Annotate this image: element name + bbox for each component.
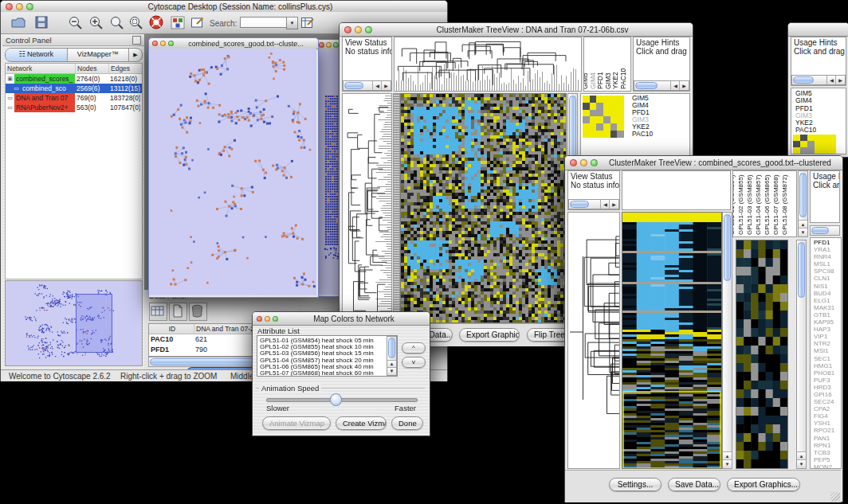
gene-label[interactable]: MSL1 [814,260,834,268]
matrix-cell[interactable] [800,141,807,147]
matrix-cell[interactable] [603,123,610,131]
create-vizmap-button[interactable]: Create Vizmap [336,416,387,430]
tv1-row-dendrogram[interactable] [342,93,392,323]
create-attribute-button[interactable] [169,303,187,321]
overview-viewport-rect[interactable] [76,294,112,353]
matrix-cell[interactable] [610,103,618,110]
network-row[interactable]: ▭RNAPuberNov2+563(0)107847(0) [6,103,142,112]
zoom-window-icon[interactable] [365,26,372,33]
gene-label[interactable]: HRD3 [814,384,834,391]
matrix-cell[interactable] [610,131,618,138]
minimize-icon[interactable] [160,41,166,46]
gene-label[interactable]: RPN1 [814,442,834,449]
gene-label[interactable]: PAN1 [814,435,834,442]
matrix-cell[interactable] [603,116,610,123]
delete-attribute-button[interactable] [189,303,207,321]
matrix-cell[interactable] [800,135,807,141]
matrix-cell[interactable] [822,141,829,147]
close-icon[interactable] [257,316,262,322]
gene-label[interactable]: GPI16 [814,391,834,398]
tv2-column-tree-area[interactable] [622,170,731,210]
zoom-window-icon[interactable] [273,316,278,322]
matrix-cell[interactable] [583,96,590,103]
matrix-cell[interactable] [596,110,603,117]
gene-label[interactable]: RPO21 [814,427,834,434]
open-session-button[interactable] [10,15,26,31]
tv2-heatmap[interactable] [622,212,722,469]
gene-label[interactable]: PFD1 [795,105,816,112]
matrix-cell[interactable] [583,103,590,110]
dialog-titlebar[interactable]: Map Colors to Network [253,312,430,326]
fragment-hscrollbar[interactable]: ◀▶ [791,75,846,85]
matrix-cell[interactable] [807,135,815,141]
tab-vizmapper[interactable]: VizMapper™ [68,49,130,61]
matrix-cell[interactable] [617,116,624,123]
matrix-cell[interactable] [793,154,800,154]
gene-label[interactable]: HMG1 [814,362,834,369]
animate-vizmap-button[interactable]: Animate Vizmap [262,416,331,430]
gene-label[interactable]: GIM3 [795,112,816,119]
network-row[interactable]: ▭combined_sco2569(6)13112(15) [6,84,142,93]
matrix-cell[interactable] [822,154,829,154]
gene-label[interactable]: VIP1 [814,333,834,340]
gene-label[interactable]: NTR2 [814,340,834,347]
animation-slider-track[interactable] [266,398,418,402]
minimize-icon[interactable] [16,3,23,10]
zoom-window-icon[interactable] [26,3,33,10]
matrix-cell[interactable] [583,131,590,138]
move-down-button[interactable]: v [402,357,426,368]
matrix-cell[interactable] [807,154,815,154]
vizmapper-nodes-icon[interactable] [171,16,185,31]
network-row[interactable]: ▭DNA and Tran 07769(0)183728(0) [6,93,142,103]
gene-label[interactable]: PAC10 [632,131,653,138]
attribute-select-button[interactable] [149,303,167,321]
gene-label[interactable]: GIM4 [632,102,653,109]
matrix-cell[interactable] [829,141,836,147]
edit-network-icon[interactable] [190,16,205,31]
gene-label[interactable]: PUF3 [814,377,834,384]
net1-titlebar[interactable]: combined_scores_good.txt--cluste... [149,38,318,49]
done-button[interactable]: Done [391,416,423,430]
matrix-cell[interactable] [815,141,822,147]
gene-label[interactable]: GTB1 [814,311,834,318]
attribute-list-vscrollbar[interactable]: ▲ ▼ [387,336,397,376]
matrix-cell[interactable] [617,96,624,103]
zoom-window-icon[interactable] [168,41,174,46]
gene-label[interactable]: MON2 [814,463,834,469]
zoom-window-icon[interactable] [591,159,598,166]
tv2-zoom-vscrollbar[interactable]: ▲▼ [796,240,807,469]
tv2-row-dendrogram[interactable] [567,212,620,469]
matrix-cell[interactable] [596,116,603,123]
minimize-icon[interactable] [355,26,362,33]
gene-label[interactable]: FIG4 [814,412,834,420]
gene-label[interactable]: GIM4 [795,97,816,104]
zoom-window-icon[interactable] [333,42,339,48]
matrix-cell[interactable] [793,147,800,154]
gene-label[interactable]: PHO81 [814,369,834,377]
close-icon[interactable] [344,26,351,33]
matrix-cell[interactable] [596,103,603,110]
fragment-titlebar[interactable] [788,23,848,37]
gene-label[interactable]: PFD1 [814,239,834,246]
close-icon[interactable] [570,159,577,166]
gene-label[interactable]: RNR4 [814,253,834,260]
tv1-usage-hscrollbar[interactable]: ◀▶ [634,80,689,91]
gene-label[interactable]: YSH1 [814,420,834,427]
matrix-cell[interactable] [603,110,610,117]
tv2-titlebar[interactable]: ClusterMaker TreeView : combined_scores_… [565,156,842,170]
tv2-heatmap-vscrollbar[interactable]: ▲▼ [722,212,732,469]
matrix-cell[interactable] [610,123,618,131]
export-graphics-button[interactable]: Export Graphics... [459,328,520,342]
gene-label[interactable]: CPA2 [814,405,834,412]
gene-label[interactable]: SEC24 [814,398,834,405]
matrix-cell[interactable] [815,154,822,154]
resize-grip[interactable] [830,492,840,502]
zoom-selected-icon[interactable] [128,15,144,32]
gene-label[interactable]: YRA1 [814,246,834,253]
matrix-cell[interactable] [822,147,829,154]
gene-label[interactable]: SPC98 [814,268,834,275]
matrix-cell[interactable] [603,96,610,103]
gene-label[interactable]: NIS1 [814,283,834,290]
gene-label[interactable]: SEC1 [814,355,834,362]
minimize-icon[interactable] [265,316,270,322]
